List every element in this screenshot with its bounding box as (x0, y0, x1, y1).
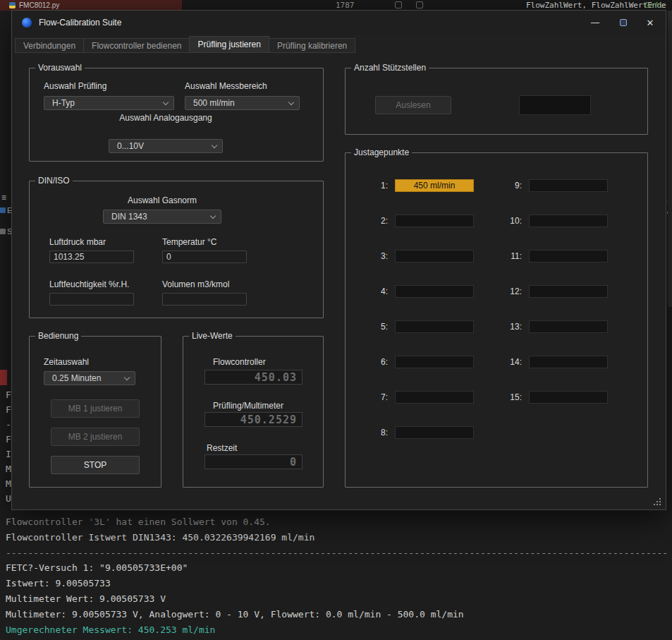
justage-point-number: 2: (367, 216, 388, 226)
close-icon: ✕ (647, 18, 654, 28)
justage-row: 7: (367, 391, 474, 404)
justage-point-field[interactable] (395, 250, 474, 262)
groupbox-title: DIN/ISO (35, 176, 73, 186)
justage-point-number: 13: (501, 322, 522, 332)
minimize-icon: — (591, 18, 599, 28)
justage-point-field[interactable] (529, 215, 608, 227)
auslesen-button[interactable]: Auslesen (375, 96, 451, 114)
combo-messbereich[interactable]: 500 ml/min (185, 96, 300, 110)
justage-point-field[interactable] (395, 215, 474, 227)
minimize-button[interactable]: — (581, 11, 609, 35)
terminal-output: Flowcontroller '3L' hat einen Sollwert v… (6, 514, 672, 637)
tab-pruefling-justieren[interactable]: Prüfling justieren (189, 36, 269, 53)
screen: FMC8012.py 1787 FlowZahlWert, FlowZahlWe… (0, 0, 672, 640)
justage-point-field[interactable] (529, 285, 608, 298)
tab-pruefling-kalibrieren[interactable]: Prüfling kalibrieren (269, 38, 355, 53)
label-restzeit: Restzeit (207, 443, 237, 453)
tab-verbindungen[interactable]: Verbindungen (15, 38, 83, 53)
input-volumen[interactable] (162, 293, 247, 306)
justage-point-number: 9: (501, 181, 522, 191)
stuetzstellen-value-field[interactable] (519, 95, 591, 115)
label-auswahl-messbereich: Auswahl Messbereich (185, 81, 267, 91)
terminal-line: Flowcontroller Istwert DIN1343: 450.0322… (6, 530, 672, 545)
justage-point-field[interactable] (529, 356, 608, 368)
justage-row: 11: (501, 250, 608, 262)
chevron-down-icon (210, 213, 216, 219)
justage-row: 10: (501, 215, 608, 227)
combo-pruefling[interactable]: H-Typ (44, 96, 174, 110)
sidebar-item-s[interactable]: S (0, 227, 12, 236)
close-button[interactable]: ✕ (636, 11, 664, 35)
justage-point-number: 1: (367, 181, 388, 191)
terminal-hidden-char: M (6, 476, 11, 491)
settings-icon (0, 229, 6, 234)
justage-point-field[interactable] (529, 320, 608, 333)
editor-line-number: 1787 (336, 1, 355, 10)
combo-gasnorm[interactable]: DIN 1343 (103, 210, 221, 224)
editor-toolbar-icon[interactable] (416, 1, 423, 8)
groupbox-justagepunkte: Justagepunkte 1:450 ml/min2:3:4:5:6:7:8:… (345, 152, 648, 488)
justage-row: 3: (367, 250, 474, 262)
combo-value: H-Typ (52, 98, 75, 108)
maximize-button[interactable] (609, 11, 637, 35)
chevron-down-icon (288, 99, 294, 105)
input-luftdruck[interactable] (49, 250, 134, 263)
combo-value: 0.25 Minuten (52, 373, 101, 383)
groupbox-title: Bedienung (35, 331, 81, 341)
label-luftdruck: Luftdruck mbar (49, 237, 106, 247)
combo-analogausgang[interactable]: 0...10V (109, 139, 223, 153)
terminal-line: Flowcontroller '3L' hat einen Sollwert v… (6, 514, 672, 530)
justage-row: 14: (501, 356, 608, 368)
combo-value: 0...10V (117, 141, 144, 151)
error-badge (0, 370, 7, 385)
justage-column-right: 9:10:11:12:13:14:15: (501, 179, 608, 426)
combo-value: 500 ml/min (193, 98, 235, 108)
editor-toolbar-icon[interactable] (395, 1, 402, 8)
editor-tab-title: FMC8012.py (19, 1, 59, 9)
justage-point-field[interactable]: 450 ml/min (395, 179, 474, 192)
justage-point-number: 6: (367, 357, 388, 367)
editor-scrollbar[interactable] (668, 11, 672, 307)
justage-row: 12: (501, 285, 608, 298)
editor-file-tab[interactable]: FMC8012.py (0, 0, 182, 11)
justage-row: 9: (501, 179, 608, 192)
justage-point-field[interactable] (395, 391, 474, 404)
groupbox-anzahl-stuetzstellen: Anzahl Stützstellen Auslesen (345, 68, 648, 135)
chevron-down-icon (124, 375, 130, 380)
justage-point-field[interactable] (529, 179, 608, 192)
app-window: Flow-Calibration Suite — ✕ Verbindungen … (11, 10, 666, 510)
chevron-down-icon (163, 99, 169, 105)
terminal-hidden-column: FF-FIMMU (6, 387, 11, 506)
terminal-hidden-char: F (6, 402, 11, 417)
justage-point-field[interactable] (395, 426, 474, 439)
label-zeitauswahl: Zeitauswahl (44, 357, 89, 367)
justage-point-number: 4: (367, 286, 388, 296)
input-luftfeuchtigkeit[interactable] (49, 293, 134, 306)
mb1-justieren-button[interactable]: MB 1 justieren (51, 399, 140, 418)
resize-grip[interactable] (654, 498, 662, 507)
justage-row: 1:450 ml/min (367, 179, 474, 192)
combo-zeitauswahl[interactable]: 0.25 Minuten (44, 371, 135, 385)
editor-corner-text: Gefi (644, 1, 664, 10)
sidebar-item-e[interactable]: E (0, 206, 12, 215)
input-temperatur[interactable] (162, 250, 247, 263)
terminal-line: ----------------------------------------… (6, 545, 672, 561)
tab-flowcontroller-bedienen[interactable]: Flowcontroller bedienen (83, 38, 189, 53)
justage-point-field[interactable] (395, 356, 474, 368)
justage-point-field[interactable] (529, 250, 608, 262)
justage-row: 5: (367, 320, 474, 333)
justage-point-field[interactable] (529, 391, 608, 404)
terminal-line: Istwert: 9.00505733 (6, 576, 672, 591)
groupbox-live-werte: Live-Werte Flowcontroller 450.03 Prüflin… (183, 336, 324, 488)
menu-icon[interactable]: ≡ (1, 193, 6, 203)
justage-row: 4: (367, 285, 474, 298)
justage-point-number: 7: (367, 392, 388, 402)
justage-point-field[interactable] (395, 320, 474, 333)
justage-point-field[interactable] (395, 285, 474, 298)
mb2-justieren-button[interactable]: MB 2 justieren (51, 428, 140, 446)
window-title: Flow-Calibration Suite (39, 18, 121, 28)
app-icon (22, 18, 32, 28)
titlebar[interactable]: Flow-Calibration Suite — ✕ (12, 11, 666, 35)
stop-button[interactable]: STOP (51, 456, 140, 474)
terminal-hidden-char: F (6, 387, 11, 402)
